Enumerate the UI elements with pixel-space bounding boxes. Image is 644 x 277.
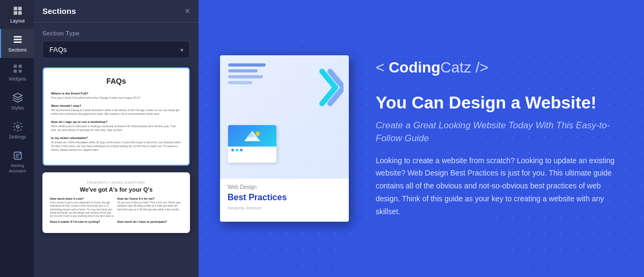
- faq-preview-card-1[interactable]: FAQs Where is the Event Full? This year'…: [42, 67, 190, 166]
- svg-point-13: [19, 152, 21, 154]
- writing-assistant-icon: [12, 150, 23, 161]
- book-card-image: [228, 125, 276, 147]
- main-text-area: < CodingCatz /> You Can Design a Website…: [376, 59, 623, 218]
- preview-cards: FAQs Where is the Event Full? This year'…: [42, 67, 190, 233]
- faq-a4: All tickets are 100% refundable within 3…: [51, 141, 181, 152]
- section-type-label: Section Type: [42, 30, 190, 37]
- sidebar-item-sections[interactable]: Sections: [0, 29, 34, 58]
- dot-1: [231, 149, 234, 151]
- main-inner: Web Design Best Practices Kimberly Johns…: [199, 0, 644, 277]
- sidebar-item-widgets[interactable]: Widgets: [0, 58, 34, 87]
- faq2-q3: Does it matter if I'm new to cycling?: [50, 220, 115, 223]
- sidebar-item-label: Styles: [11, 105, 24, 111]
- svg-rect-7: [13, 65, 17, 68]
- hero-heading: You Can Design a Website!: [376, 92, 623, 113]
- book-deco-lines: [228, 63, 266, 84]
- svg-point-10: [18, 70, 21, 73]
- faq-a3: We're thrilled you're interested in host…: [51, 125, 181, 132]
- logo-bold: Coding: [389, 59, 440, 76]
- close-button[interactable]: ×: [185, 7, 190, 16]
- hero-body: Looking to create a website from scratch…: [376, 155, 623, 218]
- book-line-1: [228, 63, 266, 67]
- sidebar-item-label: Widgets: [9, 76, 26, 82]
- faq-item-3: How do I sign up to run a workshop? We'r…: [51, 120, 181, 132]
- faq-a2: We recommend staying at a hotel downtown…: [51, 108, 181, 116]
- dot-2: [236, 149, 238, 151]
- svg-rect-8: [18, 65, 21, 68]
- faq2-q1: How much does it cost?: [50, 197, 115, 200]
- svg-rect-3: [18, 11, 21, 15]
- faq2-q2: How do I know it's for me?: [118, 197, 183, 200]
- svg-point-11: [16, 126, 19, 128]
- mountain-icon: [241, 129, 263, 143]
- hero-subheading: Create a Great Looking Website Today Wit…: [376, 119, 623, 145]
- sidebar-item-label: Layout: [10, 18, 25, 24]
- main-content: Web Design Best Practices Kimberly Johns…: [199, 0, 644, 277]
- sidebar-item-writing-assistant[interactable]: Writing Assistant: [0, 145, 34, 180]
- faq-q3: How do I sign up to run a workshop?: [51, 120, 181, 123]
- book-line-3: [228, 75, 263, 78]
- panel-header: Sections ×: [34, 0, 199, 23]
- left-sidebar: Layout Sections Widgets Styles Settings: [0, 0, 34, 277]
- faq2-freq: FREQUENTLY ASKED QUESTIONS: [50, 181, 182, 184]
- logo-bracket-close: />: [471, 59, 488, 76]
- faq2-a2: Do you love to ride your bike? Then it's…: [118, 201, 183, 212]
- settings-icon: [12, 121, 23, 132]
- book-main-title: Best Practices: [228, 192, 341, 202]
- book-cover: Web Design Best Practices Kimberly Johns…: [220, 55, 349, 222]
- faq-item-2: Were should I stay? We recommend staying…: [51, 104, 181, 116]
- svg-rect-9: [13, 70, 17, 73]
- panel-title: Sections: [42, 6, 76, 16]
- svg-rect-0: [13, 7, 17, 11]
- layout-icon: [12, 5, 23, 16]
- sections-icon: [12, 34, 23, 45]
- faq2-cols: How much does it cost? If you choose to …: [50, 197, 182, 224]
- book-bottom: Web Design Best Practices Kimberly Johns…: [220, 179, 349, 222]
- book-line-4: [228, 81, 252, 84]
- faq-card1-title: FAQs: [51, 77, 181, 85]
- faq-item-4: Is my ticket refundable? All tickets are…: [51, 136, 181, 152]
- faq-a1: This year's Event Full will be held at t…: [51, 96, 181, 100]
- faq-q2: Were should I stay?: [51, 104, 181, 107]
- logo-light: Catz: [441, 59, 472, 76]
- book-inner-card: [228, 125, 276, 163]
- book-author: Kimberly Johnson: [228, 206, 341, 210]
- widgets-icon: [12, 63, 23, 74]
- sidebar-item-label: Sections: [8, 47, 27, 53]
- styles-icon: [12, 92, 23, 103]
- book-top: [220, 55, 349, 179]
- book-line-2: [228, 69, 258, 72]
- faq2-a1: If you choose to go to your placement of…: [50, 201, 115, 218]
- faq2-title: We've got A's for your Q's: [50, 186, 182, 193]
- faq2-col-2: How do I know it's for me? Do you love t…: [118, 197, 183, 218]
- panel-body: Section Type FAQs About Contact Portfoli…: [34, 23, 199, 277]
- svg-rect-1: [18, 7, 21, 11]
- faq-preview-card-2[interactable]: FREQUENTLY ASKED QUESTIONS We've got A's…: [42, 172, 190, 233]
- sidebar-item-label: Writing Assistant: [4, 163, 31, 174]
- svg-rect-6: [13, 41, 21, 43]
- dot-3: [240, 149, 243, 151]
- svg-rect-2: [13, 11, 17, 15]
- svg-rect-5: [13, 39, 21, 40]
- sidebar-item-layout[interactable]: Layout: [0, 0, 34, 29]
- sidebar-item-label: Settings: [9, 134, 26, 140]
- logo-bracket-open: <: [376, 59, 389, 76]
- book-subtitle: Web Design: [228, 184, 341, 190]
- book-card-dots: [228, 147, 276, 154]
- faq2-col-4: How much do I have to participate?: [118, 220, 183, 224]
- sections-panel: Sections × Section Type FAQs About Conta…: [34, 0, 199, 277]
- svg-rect-4: [13, 36, 21, 38]
- book-arrow-deco: [317, 66, 343, 109]
- faq-q1: Where is the Event Full?: [51, 92, 181, 95]
- sidebar-item-styles[interactable]: Styles: [0, 87, 34, 116]
- faq2-col-3: Does it matter if I'm new to cycling?: [50, 220, 115, 224]
- faq-item-1: Where is the Event Full? This year's Eve…: [51, 92, 181, 100]
- faq-q4: Is my ticket refundable?: [51, 136, 181, 140]
- faq2-col-1: How much does it cost? If you choose to …: [50, 197, 115, 218]
- svg-point-16: [255, 132, 260, 136]
- section-type-select[interactable]: FAQs About Contact Portfolio Blog Team: [42, 41, 190, 59]
- site-logo: < CodingCatz />: [376, 59, 623, 76]
- faq2-q4: How much do I have to participate?: [118, 220, 183, 223]
- section-type-select-wrapper[interactable]: FAQs About Contact Portfolio Blog Team: [42, 41, 190, 59]
- sidebar-item-settings[interactable]: Settings: [0, 116, 34, 145]
